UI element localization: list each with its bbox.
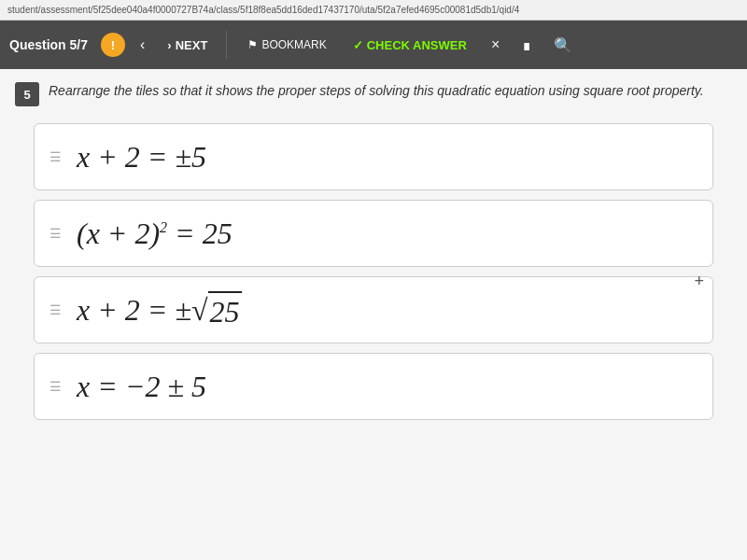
url-bar: student/assessment/5f25dee040a4f0000727B… <box>0 0 747 21</box>
drag-handle-3[interactable]: ☰ <box>49 302 62 317</box>
tile-1[interactable]: ☰ x + 2 = ±5 <box>34 123 713 190</box>
check-answer-button[interactable]: ✓ CHECK ANSWER <box>344 35 476 56</box>
search-button[interactable]: 🔍 <box>546 33 580 58</box>
alert-button[interactable]: ! <box>101 33 125 57</box>
math-expression-4: x = −2 ± 5 <box>77 370 206 404</box>
nav-next-button[interactable]: › NEXT <box>160 35 215 56</box>
close-button[interactable]: × <box>484 33 507 57</box>
tile-2[interactable]: ☰ (x + 2)2 = 25 <box>34 200 713 267</box>
math-expression-2: (x + 2)2 = 25 <box>77 217 233 251</box>
plus-indicator: + <box>694 272 704 291</box>
check-answer-label: CHECK ANSWER <box>367 38 467 52</box>
bookmark-label: BOOKMARK <box>261 38 326 51</box>
alert-icon: ! <box>111 38 115 52</box>
tile-3[interactable]: ☰ x + 2 = ±√25 <box>34 276 713 343</box>
math-expression-3: x + 2 = ±√25 <box>77 291 242 329</box>
math-expression-1: x + 2 = ±5 <box>77 140 206 175</box>
question-header: 5 Rearrange the tiles so that it shows t… <box>15 82 732 106</box>
checkmark-icon: ✓ <box>353 38 363 52</box>
tile-4[interactable]: ☰ x = −2 ± 5 <box>34 353 713 420</box>
drag-handle-2[interactable]: ☰ <box>49 226 62 241</box>
chevron-left-icon: ‹ <box>140 36 145 53</box>
tiles-wrapper: ☰ x + 2 = ±5 ☰ (x + 2)2 = 25 ☰ x + 2 = ±… <box>15 123 732 420</box>
question-label: Question 5/7 <box>9 37 88 52</box>
sqrt-symbol: √ <box>191 293 208 328</box>
grid-view-button[interactable]: ∎ <box>514 33 539 58</box>
chevron-right-icon: › <box>167 38 171 52</box>
bookmark-button[interactable]: ⚑ BOOKMARK <box>238 35 335 55</box>
url-text: student/assessment/5f25dee040a4f0000727B… <box>7 5 519 15</box>
question-number-badge: 5 <box>15 82 39 106</box>
separator-1 <box>226 31 227 59</box>
tiles-container: ☰ x + 2 = ±5 ☰ (x + 2)2 = 25 ☰ x + 2 = ±… <box>15 123 732 420</box>
search-icon: 🔍 <box>554 37 572 53</box>
nav-back-button[interactable]: ‹ <box>133 33 152 57</box>
grid-icon: ∎ <box>522 37 531 53</box>
toolbar: Question 5/7 ! ‹ › NEXT ⚑ BOOKMARK ✓ CHE… <box>0 21 747 69</box>
sqrt-radicand: 25 <box>208 291 242 329</box>
drag-handle-4[interactable]: ☰ <box>49 379 62 394</box>
drag-handle-1[interactable]: ☰ <box>49 149 62 164</box>
next-label: NEXT <box>176 38 208 52</box>
main-content: 5 Rearrange the tiles so that it shows t… <box>0 69 747 560</box>
question-text: Rearrange the tiles so that it shows the… <box>49 82 704 101</box>
bookmark-icon: ⚑ <box>247 38 258 51</box>
close-icon: × <box>491 36 500 52</box>
sqrt-container: √25 <box>191 291 242 329</box>
